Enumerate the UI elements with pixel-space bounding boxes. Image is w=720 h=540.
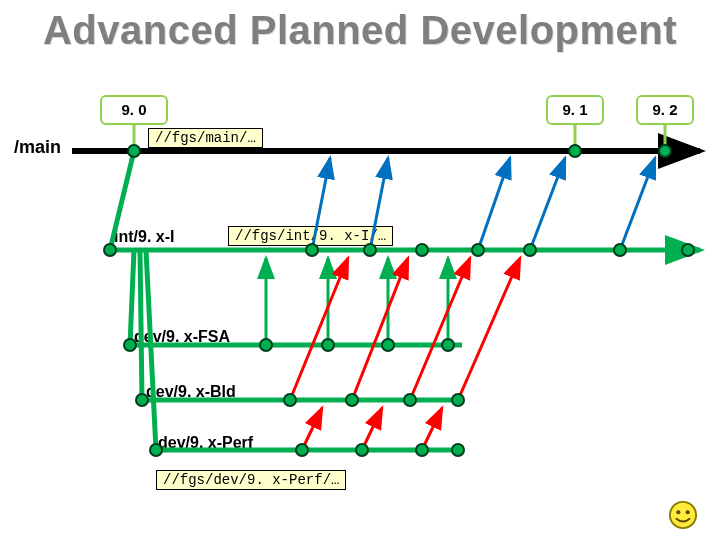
svg-point-45: [284, 394, 296, 406]
svg-point-56: [686, 510, 690, 514]
svg-point-53: [452, 444, 464, 456]
svg-point-37: [614, 244, 626, 256]
svg-point-40: [260, 339, 272, 351]
svg-point-41: [322, 339, 334, 351]
svg-line-26: [362, 408, 382, 450]
svg-point-30: [659, 145, 671, 157]
svg-line-23: [410, 258, 470, 400]
svg-line-14: [478, 158, 510, 250]
svg-point-46: [346, 394, 358, 406]
svg-line-21: [290, 258, 348, 400]
svg-line-7: [140, 250, 142, 400]
version-tag-9-1: 9. 1: [546, 95, 604, 125]
svg-point-38: [682, 244, 694, 256]
svg-line-24: [458, 258, 520, 400]
smiley-icon: [668, 500, 698, 530]
svg-point-52: [416, 444, 428, 456]
version-tag-9-0: 9. 0: [100, 95, 168, 125]
svg-point-51: [356, 444, 368, 456]
svg-point-35: [472, 244, 484, 256]
branch-diagram: [0, 0, 720, 540]
svg-line-27: [422, 408, 442, 450]
svg-line-15: [530, 158, 565, 250]
callout-int-path: //fgs/int/9. x-I/…: [228, 226, 393, 246]
svg-point-43: [442, 339, 454, 351]
svg-point-36: [524, 244, 536, 256]
svg-point-48: [452, 394, 464, 406]
main-axis-label: /main: [14, 137, 61, 158]
callout-main-path: //fgs/main/…: [148, 128, 263, 148]
callout-perf-path: //fgs/dev/9. x-Perf/…: [156, 470, 346, 490]
svg-line-8: [146, 250, 156, 450]
branch-label-int: int/9. x-I: [114, 228, 174, 246]
svg-line-16: [620, 158, 655, 250]
svg-point-50: [296, 444, 308, 456]
svg-point-42: [382, 339, 394, 351]
branch-label-perf: dev/9. x-Perf: [158, 434, 253, 452]
svg-point-47: [404, 394, 416, 406]
version-tag-9-2: 9. 2: [636, 95, 694, 125]
svg-line-22: [352, 258, 408, 400]
svg-line-25: [302, 408, 322, 450]
svg-point-28: [128, 145, 140, 157]
branch-label-bld: dev/9. x-Bld: [146, 383, 236, 401]
page-title: Advanced Planned Development: [0, 8, 720, 53]
svg-point-54: [670, 502, 696, 528]
svg-point-34: [416, 244, 428, 256]
svg-point-29: [569, 145, 581, 157]
branch-label-fsa: dev/9. x-FSA: [134, 328, 230, 346]
svg-point-55: [676, 510, 680, 514]
